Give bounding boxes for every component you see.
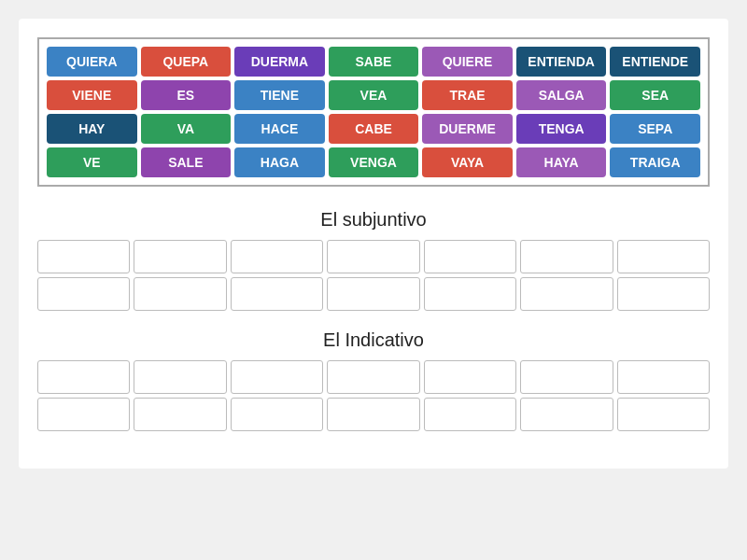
drop-row (37, 240, 710, 273)
word-tile[interactable]: SEPA (610, 114, 700, 144)
drop-cell[interactable] (617, 360, 710, 394)
word-tile[interactable]: QUEPA (141, 47, 232, 77)
drop-cell[interactable] (520, 360, 613, 394)
word-tile[interactable]: SALE (141, 147, 232, 177)
word-tile[interactable]: VE (47, 147, 137, 177)
drop-cell[interactable] (134, 277, 226, 311)
section-title-subjuntivo: El subjuntivo (37, 209, 710, 231)
sections-container: El subjuntivoEl Indicativo (37, 209, 710, 431)
word-tile[interactable]: TRAIGA (610, 147, 700, 177)
word-tile[interactable]: DUERME (422, 114, 513, 144)
word-tile[interactable]: ES (141, 80, 232, 110)
drop-cell[interactable] (134, 398, 226, 431)
drop-cell[interactable] (231, 277, 323, 311)
drop-cell[interactable] (617, 277, 710, 311)
word-tile[interactable]: VEA (329, 80, 419, 110)
drop-cell[interactable] (617, 240, 710, 273)
drop-row (37, 277, 710, 311)
drop-cell[interactable] (37, 240, 130, 273)
drop-cell[interactable] (424, 398, 516, 431)
drop-cell[interactable] (327, 240, 419, 273)
drop-cell[interactable] (327, 360, 419, 394)
word-tile[interactable]: CABE (329, 114, 419, 144)
main-container: QUIERAQUEPADUERMASABEQUIEREENTIENDAENTIE… (19, 19, 728, 469)
section-indicativo: El Indicativo (37, 329, 710, 431)
drop-cell[interactable] (231, 240, 323, 273)
word-tile[interactable]: TENGA (516, 114, 607, 144)
drop-cell[interactable] (327, 277, 419, 311)
drop-row (37, 398, 710, 431)
section-title-indicativo: El Indicativo (37, 329, 710, 351)
word-tile[interactable]: HACE (234, 114, 325, 144)
drop-cell[interactable] (37, 277, 130, 311)
word-tile[interactable]: ENTIENDE (610, 47, 700, 77)
drop-cell[interactable] (617, 398, 710, 431)
drop-cell[interactable] (327, 398, 419, 431)
drop-cell[interactable] (231, 398, 323, 431)
drop-cell[interactable] (424, 360, 516, 394)
word-tile[interactable]: HAGA (234, 147, 325, 177)
drop-cell[interactable] (520, 240, 613, 273)
word-tile[interactable]: QUIERA (47, 47, 137, 77)
drop-cell[interactable] (134, 240, 226, 273)
word-tile[interactable]: VAYA (422, 147, 513, 177)
drop-cell[interactable] (424, 277, 516, 311)
drop-cell[interactable] (231, 360, 323, 394)
word-tile[interactable]: ENTIENDA (516, 47, 607, 77)
section-subjuntivo: El subjuntivo (37, 209, 710, 311)
word-tile[interactable]: TIENE (234, 80, 325, 110)
word-tile[interactable]: VENGA (329, 147, 419, 177)
drop-cell[interactable] (37, 398, 130, 431)
word-tile[interactable]: HAYA (516, 147, 607, 177)
word-tile[interactable]: SEA (610, 80, 700, 110)
word-tile[interactable]: QUIERE (422, 47, 513, 77)
word-bank: QUIERAQUEPADUERMASABEQUIEREENTIENDAENTIE… (37, 37, 710, 187)
drop-cell[interactable] (424, 240, 516, 273)
word-tile[interactable]: TRAE (422, 80, 513, 110)
drop-row (37, 360, 710, 394)
word-tile[interactable]: VA (141, 114, 232, 144)
word-tile[interactable]: HAY (47, 114, 137, 144)
drop-cell[interactable] (134, 360, 226, 394)
word-tile[interactable]: SABE (329, 47, 419, 77)
word-tile[interactable]: DUERMA (234, 47, 325, 77)
word-tile[interactable]: SALGA (516, 80, 607, 110)
drop-cell[interactable] (520, 398, 613, 431)
drop-cell[interactable] (37, 360, 130, 394)
drop-cell[interactable] (520, 277, 613, 311)
word-tile[interactable]: VIENE (47, 80, 137, 110)
